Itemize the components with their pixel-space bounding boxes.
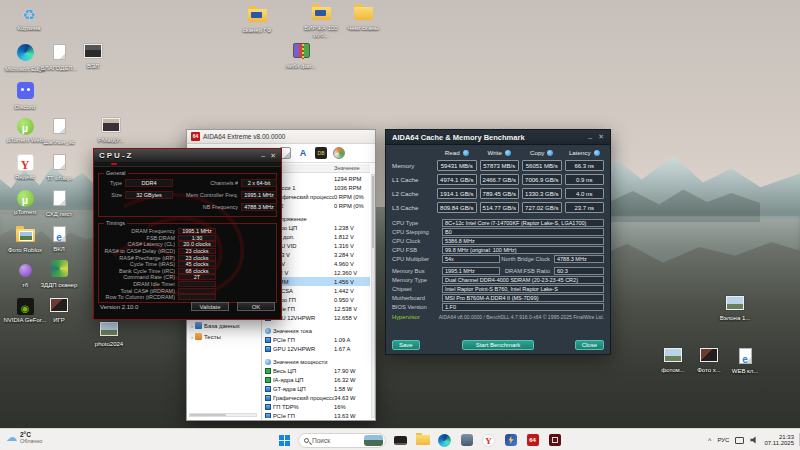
cpuz-timing-label: CAS# Latency (CL) (99, 241, 175, 247)
sensor-row-label: Графический процессор (273, 395, 334, 401)
desktop-icon-image (51, 260, 68, 277)
sensor-row-label: Весь ЦП (273, 368, 334, 374)
weather-widget[interactable]: ☁ 2°C Облачно (6, 431, 42, 444)
taskbar-app-taskview[interactable] (393, 433, 408, 448)
sensor-row[interactable]: GT-ядра ЦП 1.58 W (263, 384, 370, 393)
network-icon[interactable] (735, 437, 744, 444)
desktop-icon[interactable]: ИГР (36, 298, 82, 324)
cloud-icon: ☁ (6, 432, 17, 443)
desktop-icon[interactable]: Чеки сканы (340, 4, 386, 32)
tray-overflow-chevron[interactable]: ^ (708, 437, 711, 444)
cpuz-close-button[interactable]: ✕ (270, 152, 276, 160)
desktop-icon[interactable]: СХД лист (36, 190, 82, 218)
sensor-row-value: 17.90 W (334, 368, 370, 374)
close-button[interactable]: Close (575, 340, 604, 350)
cpuz-tab[interactable] (125, 163, 131, 165)
sensor-row-icon (265, 368, 271, 374)
save-button[interactable]: Save (392, 340, 420, 350)
cpuz-timing-value (178, 288, 216, 294)
benchmark-minimize-button[interactable]: – (588, 134, 592, 141)
sensor-row[interactable]: Значения мощности (263, 357, 370, 366)
cpuz-validate-button[interactable]: Validate (191, 302, 229, 311)
sensor-row-value: 16% (334, 404, 370, 410)
cpuz-tab[interactable] (132, 163, 138, 165)
info-value: B0 (442, 228, 604, 236)
cpuz-timing-value: 1995.1 MHz (178, 228, 216, 234)
sensor-row[interactable]: Графический процессор 34.63 W (263, 393, 370, 402)
taskbar-app-explorer[interactable] (415, 433, 430, 448)
volume-icon[interactable] (750, 436, 758, 444)
desktop-icon[interactable]: photo2024 (86, 322, 132, 348)
sensor-row-icon (265, 386, 271, 392)
taskbar-app-cpuz[interactable] (547, 433, 562, 448)
benchmark-titlebar[interactable]: AIDA64 Cache & Memory Benchmark – ✕ (386, 130, 610, 145)
desktop-icon[interactable]: Вэлона 1... (712, 296, 758, 322)
taskbar: ☁ 2°C Облачно Поиск Y 64 ^ РУС (0, 428, 800, 450)
search-box[interactable]: Поиск (298, 433, 386, 448)
sensor-row[interactable]: PCIe ГП 13.63 W (263, 411, 370, 418)
info-label: Memory Type (392, 277, 442, 283)
aida-app-icon[interactable]: A (297, 147, 309, 159)
sensor-row-value: 1.238 V (334, 225, 370, 231)
language-indicator[interactable]: РУС (717, 437, 729, 443)
cpuz-type-value: DDR4 (125, 179, 173, 187)
aida64-titlebar[interactable]: 64 AIDA64 Extreme v8.00.0000 (187, 130, 375, 144)
cpuz-minimize-button[interactable]: – (261, 152, 265, 159)
tree-horizontal-scrollbar[interactable] (189, 413, 257, 417)
desktop-icon[interactable]: сканер ГФ (234, 6, 280, 34)
sensor-row[interactable]: GPU 12VHPWR 1.67 A (263, 344, 370, 353)
sensor-vertical-scrollbar[interactable] (371, 174, 375, 418)
benchmark-info-row: CPU Stepping B0 (392, 228, 604, 235)
cpuz-tab[interactable] (118, 163, 124, 165)
cpuz-titlebar[interactable]: CPU-Z – ✕ (94, 149, 281, 162)
taskbar-app-aida64[interactable]: 64 (525, 433, 540, 448)
cpuz-ok-button[interactable]: OK (237, 302, 275, 311)
benchmark-latency-cell: 66.3 ns (565, 160, 605, 171)
desktop-icon[interactable]: Шаблон_эс (36, 118, 82, 146)
sensor-row[interactable]: Весь ЦП 17.90 W (263, 366, 370, 375)
desktop-icon[interactable]: ВКЛ (36, 226, 82, 253)
desktop-icon[interactable]: ТГ обзор (36, 154, 82, 182)
desktop-icon[interactable]: РМагдУ... (88, 118, 134, 144)
cpuz-tab[interactable] (97, 163, 103, 165)
desktop-icon[interactable]: 3ДДП сканер (36, 260, 82, 289)
desktop-icon-image (700, 348, 718, 362)
taskbar-app-edge[interactable] (437, 433, 452, 448)
start-button[interactable] (278, 434, 291, 447)
info-value: 1.F0 (442, 303, 604, 311)
sensor-row[interactable]: PCIe ГП 1.09 A (263, 335, 370, 344)
sensor-row-value: 1.67 A (334, 346, 370, 352)
benchmark-close-button[interactable]: ✕ (598, 133, 604, 141)
taskbar-app-photos[interactable] (459, 433, 474, 448)
desktop-icon[interactable]: ВЭЛ (70, 44, 116, 70)
taskbar-app-yandex[interactable]: Y (481, 433, 496, 448)
benchmark-latency-cell: 0.9 ns (565, 174, 605, 185)
cpuz-tab[interactable] (104, 163, 110, 165)
desktop-icon[interactable]: WEB кл... (722, 348, 768, 375)
info-value: 1995.1 MHz (442, 267, 500, 275)
desktop-icon[interactable]: Корзина (6, 6, 52, 32)
desktop-icon[interactable]: Discord (2, 82, 48, 111)
hypervisor-label: Hypervisor (392, 314, 420, 320)
cpuz-timings-frame: Timings DRAM Frequency 1995.1 MHz FSB:DR… (98, 223, 277, 303)
sensor-row-label: CPU VID (273, 243, 334, 249)
sensor-row[interactable]: IA-ядра ЦП 16.32 W (263, 375, 370, 384)
benchmark-info-row: CPU Multiplier 54x North Bridge Clock 47… (392, 255, 604, 262)
sensor-row-value: 1.316 V (334, 243, 370, 249)
database-icon[interactable]: DB (315, 147, 327, 159)
tree-item-database[interactable]: › База данных (191, 322, 240, 329)
taskbar-app-torch[interactable] (503, 433, 518, 448)
clock[interactable]: 21:33 07.11.2025 (764, 434, 794, 446)
cpuz-tab[interactable] (139, 163, 145, 165)
start-benchmark-button[interactable]: Start Benchmark (462, 340, 534, 350)
sensor-row[interactable]: ГП TDP% 16% (263, 402, 370, 411)
benchmark-info-row: BIOS Version 1.F0 (392, 303, 604, 310)
benchmark-gauge-icon[interactable] (333, 147, 345, 159)
desktop-icon[interactable]: либл фат... (278, 42, 324, 70)
cpuz-tab[interactable] (111, 163, 117, 165)
tree-item-tests[interactable]: › Тесты (191, 333, 221, 340)
desktop-icon[interactable]: БИРЖА 100 руб... (298, 4, 344, 39)
cpuz-timing-row: DRAM Idle Timer (99, 281, 276, 288)
tray-date: 07.11.2025 (764, 440, 794, 446)
sensor-row[interactable]: Значения тока (263, 326, 370, 335)
